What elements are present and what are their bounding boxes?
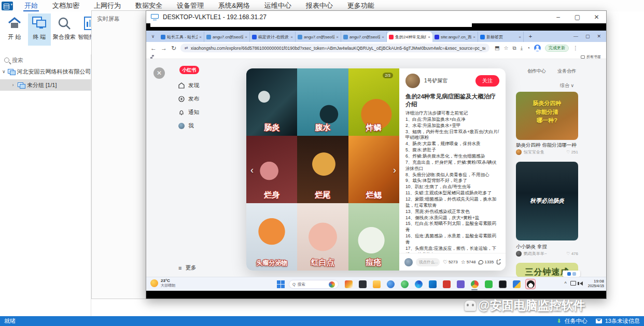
related-card-1[interactable]: 肠炎分四种 你能分清 哪一种? [516,92,578,140]
office-purple-icon[interactable] [455,279,466,289]
author-avatar[interactable] [405,74,420,88]
menu-tab-doc-encrypt[interactable]: 文档加密 [45,0,87,11]
like-count[interactable]: ♡ 251 [566,150,578,154]
wps-icon[interactable] [441,279,452,289]
menu-tab-web-behavior[interactable]: 上网行为 [87,0,128,11]
menu-tab-more[interactable]: 更多功能 [340,0,382,11]
menu-dots-icon[interactable]: ⋮ [573,45,578,51]
browser-tab-active[interactable]: 鱼的24种常见病症图鉴× [387,32,432,42]
remote-window-titlebar[interactable]: DESKTOP-VLKTLE1 - 192.168.31.27 [146,11,606,23]
tab-close-icon[interactable]: × [473,35,475,39]
browser-tab-5[interactable]: angu7.cn的seo综合查询× [341,32,387,42]
follow-button[interactable]: 关注 [475,75,499,87]
teams-blue-icon[interactable] [385,279,396,289]
sort-dropdown[interactable]: 综合 ∨ [560,82,574,89]
collect-stat[interactable]: ☆5748 [461,259,476,265]
app-logo-icon[interactable] [2,2,13,10]
xiaohongshu-logo[interactable]: 小红书 [179,66,199,74]
forward-icon[interactable]: → [161,45,167,52]
prev-image-arrow[interactable]: ‹ [250,165,254,176]
unread-messages-button[interactable]: 13条未读信息 [605,317,640,325]
comment-input[interactable]: 说点什么... [416,258,440,266]
note-close-button[interactable]: ✕ [153,67,165,79]
bookmark-star-icon[interactable]: ☆ [504,45,509,51]
browser-tab-4[interactable]: angu7.cn的seo综合查询× [296,32,341,42]
ribbon-terminal-button[interactable]: 终 端 [28,13,51,46]
sidebar-item-more[interactable]: ≡ 更多 [178,264,196,272]
share-icon[interactable] [497,260,500,264]
comment-stat[interactable]: 1335 [479,260,494,264]
start-button[interactable] [277,280,285,288]
qq-icon[interactable] [525,279,536,289]
ribbon-home-button[interactable]: 开 始 [3,13,26,46]
history-icon[interactable]: ◔ [527,45,530,51]
browser-tab-8[interactable]: 新标签页× [478,32,524,42]
download-icon[interactable]: ⤓ [521,45,523,51]
tab-close-icon[interactable]: × [199,35,202,39]
weather-widget[interactable]: 23°C 大部晴朗 [150,279,175,287]
back-icon[interactable]: ← [150,45,157,52]
menu-tab-ops-center[interactable]: 运维中心 [257,0,299,11]
sidebar-item-me[interactable]: 我 [178,122,199,130]
update-chip-button[interactable]: 完成更新 [545,45,569,52]
tray-expand-icon[interactable]: ^ [565,281,567,286]
related-title-1[interactable]: 肠炎分四种 你能分清哪一种 [516,142,578,149]
sidebar-item-discover[interactable]: 发现 [178,82,199,89]
wechat-icon[interactable] [483,279,494,289]
tab-close-icon[interactable]: × [519,35,521,39]
browser-restore-button[interactable]: ▢ [585,34,590,39]
avatar[interactable] [516,149,522,155]
new-tab-button[interactable]: + [526,32,535,41]
close-button[interactable]: ✕ [587,11,606,23]
float-widget[interactable] [563,271,580,277]
outlook-icon[interactable] [427,279,438,289]
edge-icon[interactable] [413,279,424,289]
author-name[interactable]: 1号铲屎官 [424,77,448,84]
profile-avatar[interactable] [534,45,541,51]
creator-center-link[interactable]: 创作中心 [527,68,546,75]
taskbar-clock[interactable]: 19:08 2025/4/15 [588,279,604,288]
menu-tab-start[interactable]: 开始 [17,0,45,11]
browser-minimize-button[interactable]: — [573,34,578,39]
tree-node-company[interactable]: ∨ 河北安固云网络科技有限公司 [1/1] [0,66,91,77]
task-center-button[interactable]: 任务中心 [565,317,587,325]
tablet-mode-icon[interactable] [570,281,576,286]
site-info-icon[interactable]: ⇄ [185,46,188,50]
tab-close-icon[interactable]: × [382,35,384,39]
browser-tab-2[interactable]: angu7.cn的seo综合查询× [204,32,250,42]
tree-search[interactable] [0,54,91,66]
tab-close-icon[interactable]: × [336,35,339,39]
collapse-icon[interactable]: ∨ [2,69,6,74]
business-link[interactable]: 业务合作 [557,68,576,75]
tab-close-icon[interactable]: × [428,35,430,39]
note-image-carousel[interactable]: 肠炎 腹水 炸鳞 烂身 烂尾 烂鳃 头瘤分泌物 红白点 痘疮 2/3 ‹ › [246,68,399,271]
browser-tab-1[interactable]: 站长工具 - 站长之家× [159,32,204,42]
next-image-arrow[interactable]: › [393,165,396,176]
chrome-icon[interactable] [469,279,480,289]
capture-app-icon[interactable] [497,279,508,289]
maximize-button[interactable]: ▢ [568,11,587,23]
apps-grid-icon[interactable] [150,55,154,59]
file-explorer-icon[interactable] [371,279,382,289]
menu-tab-system-network[interactable]: 系统&网络 [211,0,257,11]
ribbon-search-button[interactable]: 聚合搜索 [53,13,76,46]
avatar[interactable] [516,251,522,257]
browser-tab-3[interactable]: 稿定设计-在线设计平台× [250,32,296,42]
browser-close-button[interactable]: ✕ [597,34,601,39]
taskbar-search[interactable]: Q 搜索 [289,280,339,289]
tab-close-icon[interactable]: × [290,35,293,39]
menu-tab-report-center[interactable]: 报表中心 [299,0,340,11]
expand-icon[interactable]: › [10,82,16,88]
tree-node-ungrouped[interactable]: › 未分组 [1/1] [0,79,91,91]
browser-tab-7[interactable]: site:angu7.cn_百度搜索× [432,32,478,42]
related-title-2[interactable]: 小小肠炎 拿捏 [516,244,578,250]
like-stat[interactable]: ♡5273 [443,259,458,265]
sidebar-item-publish[interactable]: 发布 [178,95,199,103]
tab-search-button[interactable]: ∨ [148,32,158,41]
green-app-icon[interactable] [399,279,410,289]
reload-icon[interactable]: ↻ [171,45,176,52]
pen-app-icon[interactable] [343,279,354,289]
cast-icon[interactable]: ⬒ [495,45,499,51]
address-bar[interactable]: ⇄ xiaohongshu.com/explore/66d57861000000… [180,44,489,52]
agent-app-icon[interactable] [511,279,522,289]
